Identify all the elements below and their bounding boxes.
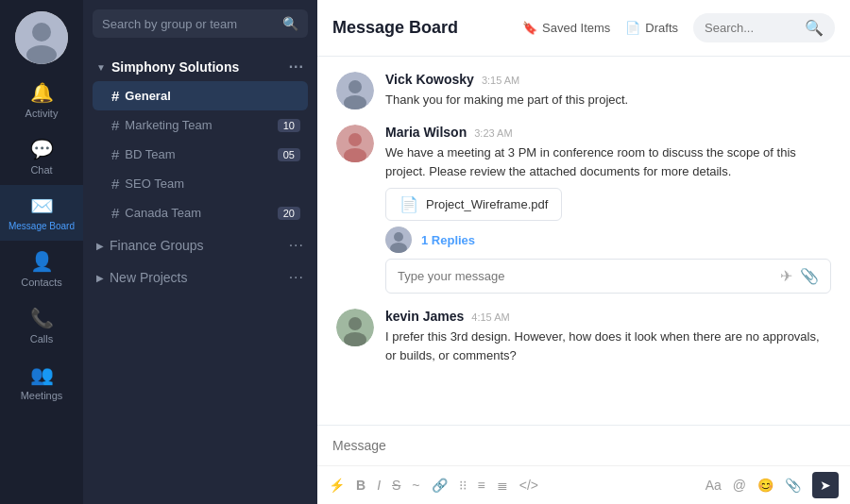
bold-icon[interactable]: B — [356, 478, 366, 493]
channel-canada[interactable]: # Canada Team 20 — [93, 198, 308, 227]
list-icon[interactable]: ≣ — [497, 478, 508, 493]
topbar: Message Board 🔖 Saved Items 📄 Drafts 🔍 — [317, 0, 850, 57]
channel-name-marketing: Marketing Team — [125, 118, 212, 132]
avatar-vick — [336, 72, 374, 109]
message-2-header: Maria Wilson 3:23 AM — [385, 125, 831, 140]
group-header-simphony[interactable]: ▼ Simphony Solutions ··· — [93, 53, 308, 81]
channel-marketing[interactable]: # Marketing Team 10 — [93, 110, 308, 140]
drafts-icon: 📄 — [625, 21, 640, 35]
nav-item-meetings[interactable]: 👥 Meetings — [0, 354, 83, 411]
message-1-text: Thank you for making me part of this pro… — [385, 91, 831, 109]
message-row: Vick Kowosky 3:15 AM Thank you for makin… — [336, 72, 831, 109]
channel-seo[interactable]: # SEO Team — [93, 169, 308, 198]
nav-label-chat: Chat — [30, 164, 52, 176]
attachment-name: Project_Wireframe.pdf — [426, 197, 548, 211]
sidebar-search-input[interactable] — [102, 17, 277, 31]
hash-icon: # — [111, 88, 119, 104]
topbar-search: 🔍 — [693, 13, 835, 42]
svg-point-1 — [32, 23, 51, 42]
italic-icon[interactable]: I — [377, 478, 381, 493]
sidebar: 🔍 ▼ Simphony Solutions ··· # General # M… — [83, 0, 317, 504]
reply-avatar — [385, 227, 412, 253]
user-avatar[interactable] — [15, 11, 68, 64]
message-2-content: Maria Wilson 3:23 AM We have a meeting a… — [385, 125, 831, 294]
saved-items-label: Saved Items — [542, 21, 610, 35]
nav-label-meetings: Meetings — [21, 390, 63, 401]
group-simphony: ▼ Simphony Solutions ··· # General # Mar… — [83, 47, 317, 229]
reply-input-container: ✈ 📎 — [385, 259, 831, 294]
hash-icon: # — [111, 117, 119, 133]
contacts-icon: 👤 — [30, 250, 54, 273]
group-name-simphony: Simphony Solutions — [111, 59, 239, 75]
chevron-right-icon: ▶ — [96, 241, 104, 251]
nav-label-activity: Activity — [26, 108, 59, 119]
message-3-header: kevin James 4:15 AM — [385, 309, 831, 324]
svg-point-10 — [394, 232, 403, 242]
attachment-pdf[interactable]: 📄 Project_Wireframe.pdf — [385, 188, 562, 221]
send-icon[interactable]: ✈ — [780, 267, 792, 285]
list-ordered-icon[interactable]: ≡ — [478, 478, 485, 493]
group-name-new-projects: New Projects — [110, 270, 187, 285]
channel-name-canada: Canada Team — [125, 206, 201, 220]
reply-input[interactable] — [398, 269, 773, 283]
message-3-author: kevin James — [385, 309, 464, 324]
channel-name-bd: BD Team — [125, 147, 175, 161]
compose-area: ⚡ B I S ~ 🔗 ⁝⁝ ≡ ≣ </> Aa @ 😊 📎 ➤ — [317, 425, 850, 504]
text-format-icon[interactable]: Aa — [706, 478, 722, 493]
tilde-icon[interactable]: ~ — [412, 478, 419, 493]
lightning-icon[interactable]: ⚡ — [329, 478, 345, 493]
svg-point-4 — [348, 80, 362, 93]
svg-point-7 — [348, 133, 362, 146]
svg-point-2 — [26, 45, 57, 64]
meetings-icon: 👥 — [30, 363, 54, 386]
hash-icon: # — [111, 205, 119, 221]
strikethrough-icon[interactable]: S — [392, 478, 400, 493]
message-2-time: 3:23 AM — [474, 127, 512, 139]
group-name-finance: Finance Groups — [110, 238, 204, 253]
search-icon[interactable]: 🔍 — [805, 19, 824, 37]
group-options-icon[interactable]: ··· — [289, 59, 304, 76]
nav-label-message-board: Message Board — [8, 221, 75, 231]
channel-name-seo: SEO Team — [125, 176, 184, 191]
nav-item-calls[interactable]: 📞 Calls — [0, 297, 83, 354]
group-new-projects[interactable]: ▶ New Projects ··· — [83, 261, 317, 294]
message-1-time: 3:15 AM — [482, 75, 519, 86]
nav-item-message-board[interactable]: ✉️ Message Board — [0, 185, 83, 241]
group-finance-options-icon[interactable]: ··· — [289, 237, 304, 254]
channel-general[interactable]: # General — [93, 81, 308, 110]
nav-item-contacts[interactable]: 👤 Contacts — [0, 241, 83, 297]
badge-bd: 05 — [278, 148, 300, 161]
pdf-icon: 📄 — [400, 195, 418, 213]
replies-row: 1 Replies — [385, 227, 831, 253]
code-icon[interactable]: </> — [519, 478, 538, 493]
send-button[interactable]: ➤ — [812, 472, 839, 498]
sidebar-search-icon[interactable]: 🔍 — [282, 16, 298, 31]
replies-link[interactable]: 1 Replies — [421, 233, 475, 247]
group-new-projects-options-icon[interactable]: ··· — [289, 269, 304, 286]
nav-item-chat[interactable]: 💬 Chat — [0, 128, 83, 185]
link-icon[interactable]: 🔗 — [432, 478, 448, 493]
drafts-button[interactable]: 📄 Drafts — [625, 21, 678, 35]
message-2-text: We have a meeting at 3 PM in conference … — [385, 143, 831, 180]
nav-item-activity[interactable]: 🔔 Activity — [0, 72, 83, 128]
saved-items-button[interactable]: 🔖 Saved Items — [522, 21, 610, 35]
compose-input[interactable] — [317, 426, 850, 465]
send-arrow-icon: ➤ — [820, 478, 831, 493]
chevron-right-icon: ▶ — [96, 273, 104, 283]
topbar-search-input[interactable] — [705, 21, 799, 35]
message-row: Maria Wilson 3:23 AM We have a meeting a… — [336, 125, 831, 294]
hash-icon: # — [111, 176, 119, 192]
attach-icon[interactable]: 📎 — [800, 267, 819, 285]
chat-icon: 💬 — [30, 138, 54, 160]
calls-icon: 📞 — [30, 307, 54, 329]
nav-label-contacts: Contacts — [21, 277, 61, 288]
emoji-icon[interactable]: 😊 — [757, 478, 774, 493]
nav-label-calls: Calls — [30, 333, 53, 344]
mention-icon[interactable]: @ — [733, 478, 746, 493]
group-finance[interactable]: ▶ Finance Groups ··· — [83, 229, 317, 261]
list-unordered-icon[interactable]: ⁝⁝ — [459, 478, 467, 493]
channel-bd[interactable]: # BD Team 05 — [93, 140, 308, 169]
attachment-icon[interactable]: 📎 — [785, 478, 801, 493]
message-row: kevin James 4:15 AM I prefer this 3rd de… — [336, 309, 831, 364]
icon-nav: 🔔 Activity 💬 Chat ✉️ Message Board 👤 Con… — [0, 0, 83, 504]
